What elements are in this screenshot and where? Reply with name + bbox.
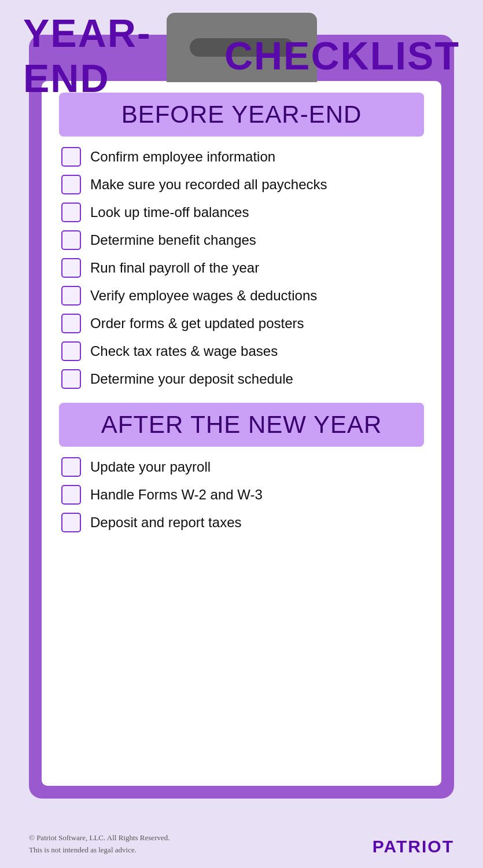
item-label-3: Look up time-off balances bbox=[90, 203, 249, 221]
checkbox-3[interactable] bbox=[61, 203, 81, 222]
patriot-logo: PATRIOT bbox=[373, 837, 454, 856]
list-item: Determine benefit changes bbox=[59, 230, 424, 250]
list-item: Run final payroll of the year bbox=[59, 258, 424, 278]
after-header-text: AFTER THE NEW YEAR bbox=[101, 411, 382, 438]
footer-legal: © Patriot Software, LLC. All Rights Rese… bbox=[29, 832, 170, 856]
checkbox-6[interactable] bbox=[61, 286, 81, 306]
item-label-12: Deposit and report taxes bbox=[90, 513, 241, 531]
item-label-2: Make sure you recorded all paychecks bbox=[90, 175, 327, 193]
checkbox-5[interactable] bbox=[61, 258, 81, 278]
checkbox-4[interactable] bbox=[61, 230, 81, 250]
checkbox-7[interactable] bbox=[61, 314, 81, 333]
item-label-9: Determine your deposit schedule bbox=[90, 370, 293, 388]
item-label-11: Handle Forms W-2 and W-3 bbox=[90, 486, 263, 503]
clipboard-paper: BEFORE YEAR-END Confirm employee informa… bbox=[42, 81, 441, 786]
checkbox-12[interactable] bbox=[61, 513, 81, 532]
before-year-end-section: BEFORE YEAR-END Confirm employee informa… bbox=[59, 93, 424, 389]
title-checklist: CHECKLIST bbox=[224, 33, 460, 78]
list-item: Order forms & get updated posters bbox=[59, 314, 424, 333]
copyright-text: © Patriot Software, LLC. All Rights Rese… bbox=[29, 832, 170, 844]
checkbox-8[interactable] bbox=[61, 341, 81, 361]
list-item: Handle Forms W-2 and W-3 bbox=[59, 485, 424, 505]
checkbox-10[interactable] bbox=[61, 457, 81, 477]
list-item: Update your payroll bbox=[59, 457, 424, 477]
item-label-4: Determine benefit changes bbox=[90, 231, 256, 249]
item-label-7: Order forms & get updated posters bbox=[90, 314, 304, 332]
after-header: AFTER THE NEW YEAR bbox=[59, 403, 424, 447]
header: YEAR-END CHECKLIST bbox=[0, 0, 483, 101]
item-label-5: Run final payroll of the year bbox=[90, 259, 259, 277]
after-new-year-section: AFTER THE NEW YEAR Update your payroll H… bbox=[59, 403, 424, 532]
checkbox-1[interactable] bbox=[61, 147, 81, 167]
before-header-text: BEFORE YEAR-END bbox=[121, 101, 362, 128]
checkbox-9[interactable] bbox=[61, 369, 81, 389]
item-label-6: Verify employee wages & deductions bbox=[90, 286, 317, 304]
footer: © Patriot Software, LLC. All Rights Rese… bbox=[0, 832, 483, 856]
checkbox-2[interactable] bbox=[61, 175, 81, 194]
page-container: YEAR-END CHECKLIST BEFORE YEAR-END Confi… bbox=[0, 0, 483, 868]
item-label-1: Confirm employee information bbox=[90, 148, 275, 165]
list-item: Deposit and report taxes bbox=[59, 513, 424, 532]
disclaimer-text: This is not intended as legal advice. bbox=[29, 844, 170, 856]
list-item: Confirm employee information bbox=[59, 147, 424, 167]
checkbox-11[interactable] bbox=[61, 485, 81, 505]
item-label-8: Check tax rates & wage bases bbox=[90, 342, 278, 360]
list-item: Check tax rates & wage bases bbox=[59, 341, 424, 361]
clipboard-board: BEFORE YEAR-END Confirm employee informa… bbox=[29, 35, 454, 799]
list-item: Verify employee wages & deductions bbox=[59, 286, 424, 306]
list-item: Determine your deposit schedule bbox=[59, 369, 424, 389]
list-item: Look up time-off balances bbox=[59, 203, 424, 222]
list-item: Make sure you recorded all paychecks bbox=[59, 175, 424, 194]
item-label-10: Update your payroll bbox=[90, 458, 211, 476]
title-year-end: YEAR-END bbox=[23, 10, 158, 101]
